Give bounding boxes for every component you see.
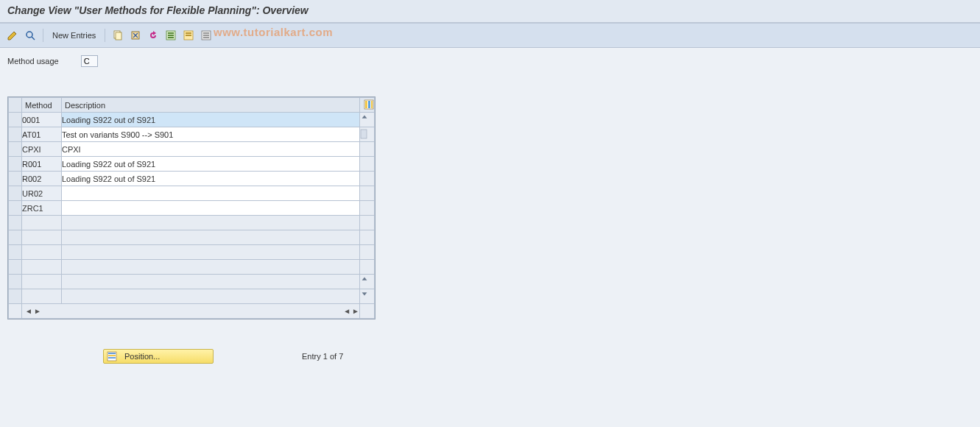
table-row (9, 216, 375, 230)
methods-table: Method Description 0001Loading S922 out … (7, 96, 376, 320)
row-selector[interactable] (9, 113, 22, 127)
watermark-text: www.tutorialkart.com (214, 26, 333, 38)
undo-icon[interactable] (147, 29, 160, 42)
position-button-label: Position... (124, 352, 160, 361)
method-cell[interactable]: ZRC1 (22, 201, 62, 216)
svg-rect-22 (361, 130, 367, 138)
svg-rect-13 (186, 35, 191, 36)
select-all-icon[interactable] (164, 29, 177, 42)
description-cell[interactable]: Loading S922 out of S921 (62, 113, 360, 127)
svg-rect-10 (168, 37, 174, 38)
description-cell[interactable]: CPXI (62, 142, 360, 157)
table-row (9, 275, 375, 289)
description-cell[interactable] (62, 186, 360, 201)
empty-cell (22, 230, 62, 245)
empty-cell (22, 289, 62, 304)
content-area: Method usage Method Description 0001Load (0, 48, 980, 371)
svg-rect-9 (168, 35, 174, 36)
footer-row: Position... Entry 1 of 7 (7, 349, 973, 364)
copy-icon[interactable] (111, 29, 124, 42)
row-selector[interactable] (9, 172, 22, 186)
select-block-icon[interactable] (182, 29, 195, 42)
scroll-up-end-icon[interactable] (360, 275, 375, 289)
position-button[interactable]: Position... (103, 349, 214, 364)
description-cell[interactable] (62, 201, 360, 216)
table-row: AT01Test on variants S900 --> S901 (9, 127, 375, 142)
method-cell[interactable]: CPXI (22, 142, 62, 157)
position-icon (107, 351, 117, 361)
hscroll-right-end-icon[interactable]: ► (352, 307, 359, 315)
method-usage-input[interactable] (81, 55, 98, 67)
svg-rect-15 (203, 32, 209, 34)
method-cell[interactable]: UR02 (22, 186, 62, 201)
new-entries-button[interactable]: New Entries (49, 29, 99, 41)
table-row (9, 289, 375, 304)
column-header-method[interactable]: Method (22, 98, 62, 113)
description-cell[interactable]: Loading S922 out of S921 (62, 157, 360, 172)
empty-cell (22, 245, 62, 260)
method-cell[interactable]: R001 (22, 157, 62, 172)
svg-rect-8 (168, 32, 174, 34)
table-row (9, 230, 375, 245)
other-view-icon[interactable] (24, 29, 37, 42)
row-selector[interactable] (9, 186, 22, 201)
table-row: UR02 (9, 186, 375, 201)
row-selector[interactable] (9, 157, 22, 172)
toolbar-separator (43, 29, 43, 42)
svg-rect-20 (368, 101, 370, 108)
svg-rect-26 (108, 357, 116, 359)
row-selector[interactable] (9, 275, 22, 289)
svg-rect-3 (116, 32, 121, 40)
empty-cell (62, 260, 360, 275)
svg-rect-12 (186, 32, 191, 34)
table-settings-icon[interactable] (360, 98, 375, 113)
empty-cell (62, 230, 360, 245)
row-selector[interactable] (9, 230, 22, 245)
empty-cell (22, 260, 62, 275)
table-row: 0001Loading S922 out of S921 (9, 113, 375, 127)
scroll-up-icon[interactable] (360, 113, 375, 127)
row-selector[interactable] (9, 142, 22, 157)
method-cell[interactable]: 0001 (22, 113, 62, 127)
svg-rect-21 (371, 101, 373, 108)
description-cell[interactable]: Loading S922 out of S921 (62, 172, 360, 186)
row-selector[interactable] (9, 127, 22, 142)
method-usage-label: Method usage (7, 57, 59, 66)
hscroll-left-end-icon[interactable]: ◄ (343, 307, 350, 315)
deselect-all-icon[interactable] (200, 29, 213, 42)
table-row: R002Loading S922 out of S921 (9, 172, 375, 186)
row-selector[interactable] (9, 260, 22, 275)
hscroll-left-icon[interactable]: ◄ (25, 307, 32, 315)
description-cell[interactable]: Test on variants S900 --> S901 (62, 127, 360, 142)
row-selector[interactable] (9, 201, 22, 216)
scroll-thumb[interactable] (360, 127, 375, 142)
svg-point-0 (27, 32, 32, 38)
svg-line-1 (32, 37, 35, 40)
toggle-change-icon[interactable] (6, 29, 19, 42)
method-cell[interactable]: AT01 (22, 127, 62, 142)
svg-rect-17 (203, 37, 209, 38)
scroll-down-icon[interactable] (360, 289, 375, 304)
method-cell[interactable]: R002 (22, 172, 62, 186)
empty-cell (62, 275, 360, 289)
svg-rect-16 (203, 35, 209, 36)
table-row: CPXICPXI (9, 142, 375, 157)
row-selector[interactable] (9, 289, 22, 304)
entry-count-label: Entry 1 of 7 (302, 352, 343, 361)
empty-cell (62, 216, 360, 230)
empty-cell (62, 245, 360, 260)
table-row (9, 245, 375, 260)
toolbar: New Entries www.tutorialkart.com (0, 24, 980, 48)
hscroll-right-icon[interactable]: ► (34, 307, 41, 315)
page-title: Change View "User Methods for Flexible P… (0, 0, 980, 24)
method-usage-row: Method usage (7, 55, 973, 67)
select-all-header[interactable] (9, 98, 22, 113)
svg-rect-24 (108, 353, 116, 354)
row-selector[interactable] (9, 216, 22, 230)
row-selector[interactable] (9, 245, 22, 260)
svg-rect-25 (108, 355, 116, 356)
empty-cell (22, 275, 62, 289)
delete-icon[interactable] (129, 29, 142, 42)
column-header-description[interactable]: Description (62, 98, 360, 113)
table-row: ZRC1 (9, 201, 375, 216)
